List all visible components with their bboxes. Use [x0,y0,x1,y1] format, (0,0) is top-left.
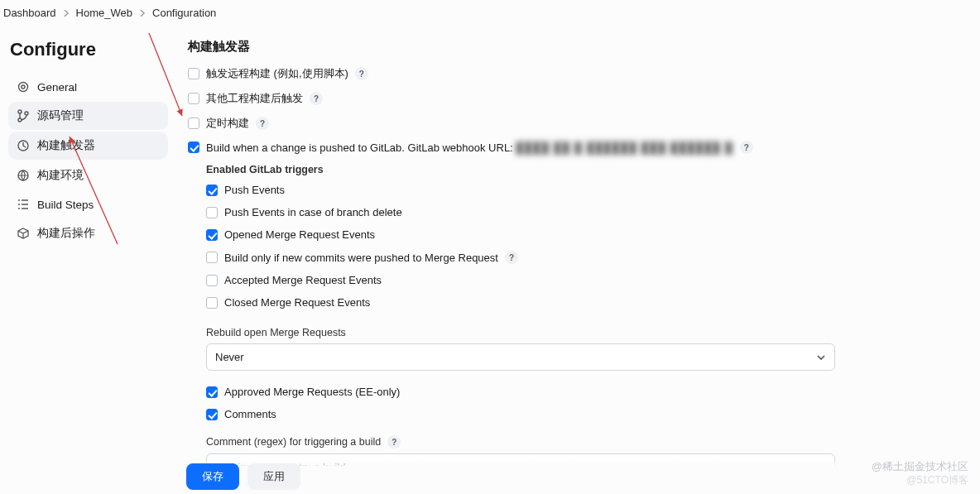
page-title: Configure [8,29,168,74]
footer-bar: 保存 应用 [186,459,980,494]
sidebar-item-env[interactable]: 构建环境 [8,161,168,189]
label-build-only-new: Build only if new commits were pushed to… [224,252,498,264]
sidebar-item-label: Build Steps [37,199,94,211]
checkbox-gitlab[interactable] [188,141,199,153]
content-area: 构建触发器 触发远程构建 (例如,使用脚本) ? 其他工程构建后触发 ? 定时构… [178,29,980,494]
label-accepted-mr: Accepted Merge Request Events [224,274,382,286]
checkbox-after-other[interactable] [188,93,199,104]
svg-point-1 [22,85,25,89]
svg-point-0 [19,83,28,92]
checkbox-timer[interactable] [188,118,199,129]
gitlab-webhook-url: ████ ██ █ ██████ ███ ██████ █ [516,141,733,154]
package-icon [17,227,30,240]
gitlab-subhead: Enabled GitLab triggers [206,164,960,175]
label-gitlab: Build when a change is pushed to GitLab.… [206,141,733,154]
label-opened-mr: Opened Merge Request Events [224,228,375,241]
label-after-other: 其他工程构建后触发 [206,91,303,106]
sidebar-item-label: General [37,81,77,94]
clock-icon [17,139,30,152]
watermark: @稀土掘金技术社区 [872,459,968,474]
sidebar-item-triggers[interactable]: 构建触发器 [8,132,168,160]
rebuild-select[interactable]: Never [206,343,835,371]
rebuild-label: Rebuild open Merge Requests [206,327,960,338]
breadcrumb-project[interactable]: Home_Web [76,7,132,19]
gear-icon [17,80,30,94]
help-icon[interactable]: ? [256,117,269,130]
checkbox-remote-trigger[interactable] [188,68,199,79]
chevron-down-icon [816,353,826,362]
checkbox-push-events[interactable] [206,185,218,196]
svg-point-3 [18,118,22,122]
checkbox-comments[interactable] [206,409,218,420]
help-icon[interactable]: ? [505,251,518,264]
list-icon [17,198,30,211]
watermark: @51CTO博客 [906,473,968,487]
branch-icon [17,109,30,122]
chevron-right-icon [139,10,146,17]
rebuild-value: Never [215,351,244,363]
checkbox-accepted-mr[interactable] [206,275,218,286]
apply-button[interactable]: 应用 [247,463,300,490]
checkbox-opened-mr[interactable] [206,229,218,241]
checkbox-approved-mr[interactable] [206,386,218,398]
label-comments: Comments [224,408,276,420]
svg-point-2 [18,110,22,113]
breadcrumb: Dashboard Home_Web Configuration [0,0,980,29]
sidebar-item-label: 构建环境 [37,168,84,183]
label-remote-trigger: 触发远程构建 (例如,使用脚本) [206,66,348,81]
help-icon[interactable]: ? [355,67,368,80]
sidebar: Configure General 源码管理 构建触发器 构建环境 Build … [0,29,178,494]
label-closed-mr: Closed Merge Request Events [224,296,370,309]
sidebar-item-label: 构建后操作 [37,226,95,241]
checkbox-build-only-new[interactable] [206,252,218,263]
sidebar-item-steps[interactable]: Build Steps [8,191,168,218]
comment-regex-label: Comment (regex) for triggering a build [206,436,381,448]
save-button[interactable]: 保存 [186,463,239,490]
help-icon[interactable]: ? [740,141,753,154]
sidebar-item-label: 构建触发器 [37,138,95,153]
section-title: 构建触发器 [188,39,960,55]
label-push-delete: Push Events in case of branch delete [224,206,402,218]
label-approved-mr: Approved Merge Requests (EE-only) [224,386,400,398]
breadcrumb-configuration[interactable]: Configuration [152,7,216,19]
sidebar-item-general[interactable]: General [8,74,168,100]
label-timer: 定时构建 [206,116,249,131]
breadcrumb-dashboard[interactable]: Dashboard [3,7,56,19]
checkbox-push-delete[interactable] [206,207,218,218]
help-icon[interactable]: ? [310,92,323,105]
help-icon[interactable]: ? [387,435,401,448]
chevron-right-icon [63,10,70,17]
globe-icon [17,169,30,182]
sidebar-item-scm[interactable]: 源码管理 [8,102,168,130]
sidebar-item-post[interactable]: 构建后操作 [8,219,168,247]
svg-point-4 [25,112,28,115]
sidebar-item-label: 源码管理 [37,108,84,123]
label-push-events: Push Events [224,184,285,196]
checkbox-closed-mr[interactable] [206,297,218,309]
